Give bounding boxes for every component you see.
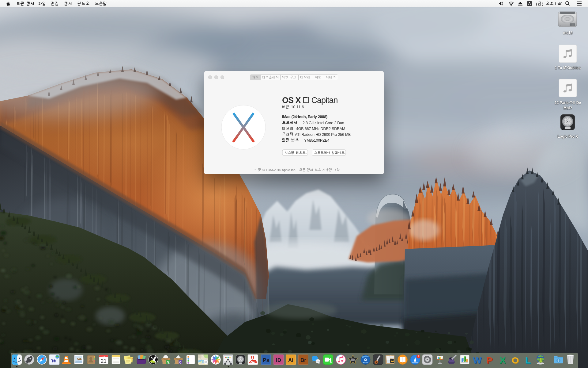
svg-text:3D: 3D bbox=[205, 361, 207, 363]
svg-text:P: P bbox=[486, 355, 492, 365]
svg-text:7: 7 bbox=[418, 355, 419, 358]
svg-text:Kiljq: Kiljq bbox=[131, 358, 133, 359]
svg-text:O: O bbox=[511, 355, 518, 365]
svg-text:Q: Q bbox=[179, 361, 181, 364]
svg-text:X: X bbox=[499, 355, 506, 365]
svg-text:L: L bbox=[525, 355, 531, 365]
svg-text:Q: Q bbox=[167, 361, 169, 364]
svg-text:Br: Br bbox=[300, 357, 306, 363]
svg-text:2월: 2월 bbox=[103, 355, 105, 357]
svg-text:Ps: Ps bbox=[263, 357, 269, 363]
svg-text:W: W bbox=[473, 355, 482, 365]
svg-text:Ai: Ai bbox=[288, 357, 293, 363]
svg-text:21: 21 bbox=[101, 358, 107, 364]
svg-text:ID: ID bbox=[276, 357, 281, 363]
